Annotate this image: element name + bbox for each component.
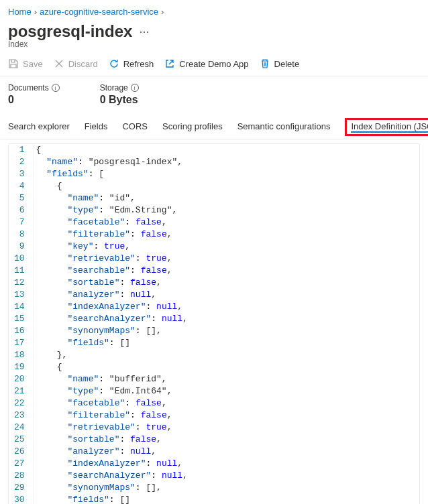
tab-fields[interactable]: Fields xyxy=(85,119,108,135)
editor-gutter: 1234567891011121314151617181920212223242… xyxy=(9,144,34,504)
storage-label: Storage xyxy=(100,83,128,92)
json-editor[interactable]: 1234567891011121314151617181920212223242… xyxy=(8,143,420,504)
chevron-right-icon: › xyxy=(34,7,37,17)
tab-cors[interactable]: CORS xyxy=(122,119,148,135)
refresh-label: Refresh xyxy=(123,59,154,69)
external-link-icon xyxy=(164,58,175,69)
page-subtitle: Index xyxy=(8,40,420,49)
tab-index-definition-json[interactable]: Index Definition (JSON) xyxy=(351,121,428,133)
create-demo-label: Create Demo App xyxy=(179,59,248,69)
page-title: posgresql-index xyxy=(8,22,132,41)
save-label: Save xyxy=(23,59,43,69)
stat-storage: Storage i 0 Bytes xyxy=(100,83,139,106)
breadcrumb-home[interactable]: Home xyxy=(8,7,32,17)
delete-button[interactable]: Delete xyxy=(260,58,300,69)
breadcrumb-service[interactable]: azure-cognitive-search-service xyxy=(40,7,158,17)
divider xyxy=(0,139,428,139)
info-icon[interactable]: i xyxy=(52,84,60,92)
tabs: Search explorer Fields CORS Scoring prof… xyxy=(8,118,420,136)
stat-documents: Documents i 0 xyxy=(8,83,60,106)
info-icon[interactable]: i xyxy=(131,84,139,92)
save-icon xyxy=(8,58,19,69)
documents-value: 0 xyxy=(8,94,60,106)
trash-icon xyxy=(260,58,270,69)
tab-scoring[interactable]: Scoring profiles xyxy=(162,119,223,135)
create-demo-button[interactable]: Create Demo App xyxy=(164,58,248,69)
more-icon[interactable]: ··· xyxy=(139,25,149,38)
breadcrumb: Home › azure-cognitive-search-service › xyxy=(8,4,420,19)
documents-label: Documents xyxy=(8,83,49,92)
chevron-right-icon: › xyxy=(161,7,164,17)
refresh-button[interactable]: Refresh xyxy=(109,58,154,69)
storage-value: 0 Bytes xyxy=(100,94,139,106)
toolbar: Save Discard Refresh Create Demo App Del… xyxy=(8,58,420,73)
refresh-icon xyxy=(109,58,119,69)
divider xyxy=(0,76,428,76)
save-button: Save xyxy=(8,58,43,69)
close-icon xyxy=(54,58,64,69)
tab-semantic[interactable]: Semantic configurations xyxy=(237,119,331,135)
tab-search-explorer[interactable]: Search explorer xyxy=(8,119,70,135)
discard-button: Discard xyxy=(54,58,98,69)
editor-code[interactable]: { "name": "posgresql-index", "fields": [… xyxy=(34,144,419,504)
delete-label: Delete xyxy=(274,59,300,69)
highlight-box: Index Definition (JSON) xyxy=(345,118,428,136)
stats-row: Documents i 0 Storage i 0 Bytes xyxy=(8,83,420,106)
discard-label: Discard xyxy=(68,59,98,69)
